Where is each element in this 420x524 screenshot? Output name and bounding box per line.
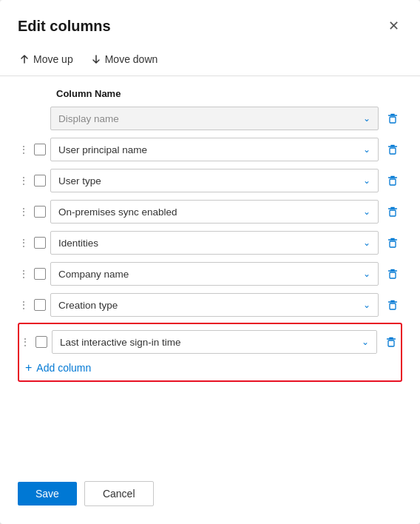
svg-rect-4 [390, 241, 396, 247]
columns-content: Column Name ⋮ Display name ⌄ ⋮ User prin… [0, 76, 420, 426]
move-down-button[interactable]: Move down [89, 50, 160, 68]
svg-rect-0 [390, 117, 396, 123]
svg-rect-3 [390, 210, 396, 216]
move-up-label: Move up [33, 53, 73, 65]
drag-handle-icon: ⋮ [18, 206, 30, 218]
dropdown-label: Last interactive sign-in time [60, 337, 181, 348]
toolbar: Move up Move down [0, 46, 420, 76]
column-dropdown-display-name[interactable]: Display name ⌄ [50, 107, 379, 130]
table-row: ⋮ Last interactive sign-in time ⌄ [19, 327, 401, 355]
table-row: ⋮ Creation type ⌄ [18, 292, 402, 318]
drag-handle-icon: ⋮ [18, 237, 30, 249]
table-row: ⋮ On-premises sync enabled ⌄ [18, 198, 402, 225]
delete-button-creation-type[interactable] [383, 295, 402, 315]
chevron-down-icon: ⌄ [362, 337, 369, 347]
chevron-down-icon: ⌄ [363, 175, 370, 186]
close-icon: ✕ [388, 18, 399, 34]
move-down-label: Move down [105, 53, 158, 65]
svg-rect-1 [390, 148, 396, 154]
row-checkbox[interactable] [34, 206, 46, 218]
trash-icon [386, 174, 399, 187]
dialog-header: Edit columns ✕ [0, 0, 420, 46]
row-checkbox[interactable] [34, 237, 46, 249]
drag-handle-icon: ⋮ [18, 299, 30, 311]
svg-rect-2 [390, 179, 396, 185]
trash-icon [386, 112, 399, 125]
column-dropdown-creation-type[interactable]: Creation type ⌄ [50, 293, 379, 317]
dropdown-label: User principal name [58, 144, 147, 155]
dialog-title: Edit columns [18, 18, 111, 35]
row-checkbox[interactable] [34, 268, 46, 280]
dropdown-label: Company name [58, 269, 129, 280]
add-column-button[interactable]: + Add column [22, 355, 94, 377]
table-row: ⋮ Company name ⌄ [18, 261, 402, 287]
chevron-down-icon: ⌄ [363, 113, 370, 124]
drag-handle-icon: ⋮ [19, 336, 31, 348]
trash-icon [385, 335, 398, 349]
table-row: ⋮ User principal name ⌄ [18, 136, 402, 163]
trash-icon [386, 298, 399, 312]
svg-rect-6 [390, 303, 396, 309]
chevron-down-icon: ⌄ [363, 300, 370, 310]
dialog-footer: Save Cancel [0, 466, 420, 524]
trash-icon [386, 143, 399, 156]
chevron-down-icon: ⌄ [363, 269, 370, 279]
chevron-down-icon: ⌄ [363, 238, 370, 248]
table-row: ⋮ Display name ⌄ [18, 105, 402, 132]
table-row: ⋮ User type ⌄ [18, 167, 402, 194]
dropdown-label: Display name [58, 113, 119, 124]
chevron-down-icon: ⌄ [363, 206, 370, 217]
add-column-label: Add column [36, 362, 91, 374]
row-checkbox[interactable] [35, 336, 47, 348]
dropdown-label: On-premises sync enabled [58, 206, 177, 218]
dropdown-label: Identities [58, 238, 98, 249]
edit-columns-dialog: Edit columns ✕ Move up Move down Column … [0, 0, 420, 524]
close-button[interactable]: ✕ [385, 15, 402, 37]
chevron-down-icon: ⌄ [363, 144, 370, 155]
row-checkbox[interactable] [34, 175, 46, 187]
highlighted-section: ⋮ Last interactive sign-in time ⌄ + Add … [18, 323, 402, 382]
move-up-button[interactable]: Move up [18, 50, 75, 68]
delete-button-user-principal-name[interactable] [383, 140, 402, 159]
column-dropdown-identities[interactable]: Identities ⌄ [50, 231, 379, 255]
drag-handle-icon: ⋮ [18, 144, 30, 155]
column-dropdown-user-type[interactable]: User type ⌄ [50, 169, 379, 192]
row-checkbox[interactable] [34, 299, 46, 311]
row-checkbox[interactable] [34, 144, 46, 155]
delete-button-identities[interactable] [383, 233, 402, 252]
dropdown-label: User type [58, 175, 101, 187]
add-column-row: + Add column [19, 355, 401, 377]
column-name-header: Column Name [18, 88, 402, 99]
table-row: ⋮ Identities ⌄ [18, 229, 402, 256]
trash-icon [386, 267, 399, 281]
trash-icon [386, 236, 399, 249]
delete-button-user-type[interactable] [383, 171, 402, 190]
dropdown-label: Creation type [58, 300, 118, 311]
drag-handle-icon: ⋮ [18, 268, 30, 280]
delete-button-last-interactive-sign-in[interactable] [382, 332, 401, 352]
arrow-down-icon [91, 54, 101, 64]
trash-icon [386, 205, 399, 218]
delete-button-display-name[interactable] [383, 109, 402, 128]
arrow-up-icon [19, 54, 30, 64]
drag-handle-icon: ⋮ [18, 175, 30, 187]
delete-button-on-premises-sync[interactable] [383, 202, 402, 221]
cancel-button[interactable]: Cancel [84, 481, 154, 506]
column-dropdown-last-interactive-sign-in[interactable]: Last interactive sign-in time ⌄ [52, 330, 377, 354]
column-dropdown-on-premises-sync[interactable]: On-premises sync enabled ⌄ [50, 200, 379, 224]
svg-rect-7 [388, 340, 394, 346]
delete-button-company-name[interactable] [383, 264, 402, 283]
svg-rect-5 [390, 272, 396, 278]
column-dropdown-user-principal-name[interactable]: User principal name ⌄ [50, 138, 379, 161]
plus-icon: + [25, 361, 32, 374]
save-button[interactable]: Save [18, 482, 77, 505]
column-dropdown-company-name[interactable]: Company name ⌄ [50, 262, 379, 286]
